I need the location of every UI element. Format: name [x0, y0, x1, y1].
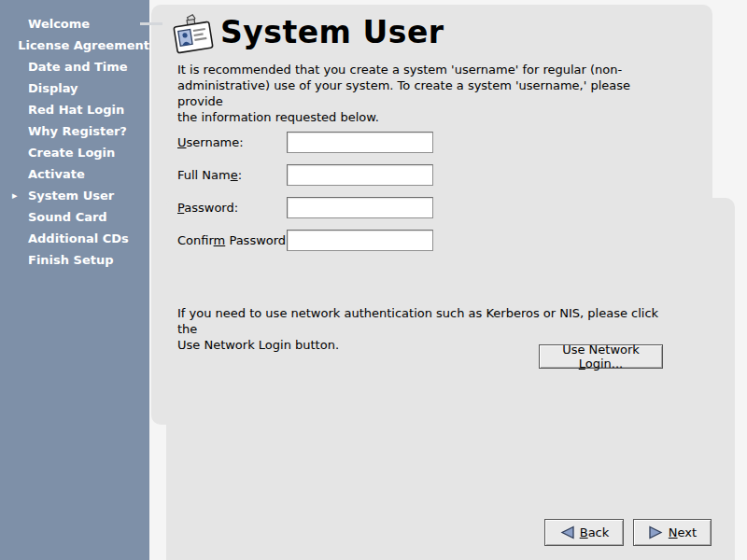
username-row: Username:: [177, 132, 439, 153]
username-field[interactable]: [287, 132, 433, 153]
page-header: System User: [172, 11, 444, 58]
id-badge-icon: [172, 13, 215, 58]
page-description: It is recommended that you create a syst…: [177, 62, 644, 125]
sidebar-item-sound-card: Sound Card: [0, 206, 149, 228]
sidebar-item-activate: Activate: [0, 163, 149, 185]
confirm-password-field[interactable]: [287, 230, 433, 251]
next-label: Next: [669, 525, 697, 539]
full-name-row: Full Name:: [177, 164, 439, 186]
password-row: Password:: [177, 197, 439, 218]
wizard-step-sidebar: Welcome License Agreement Date and Time …: [0, 0, 149, 560]
next-arrow-icon: [648, 525, 664, 539]
active-step-arrow-icon: ▸: [12, 189, 28, 202]
content-panel-lower: [166, 198, 735, 560]
sidebar-connector-line: [140, 22, 162, 25]
sidebar-item-finish-setup: Finish Setup: [0, 249, 149, 271]
sidebar-item-welcome: Welcome: [0, 13, 149, 35]
sidebar-item-display: Display: [0, 77, 149, 99]
sidebar-item-create-login: Create Login: [0, 142, 149, 163]
use-network-login-label: Use Network Login...: [540, 343, 662, 371]
sidebar-item-system-user: ▸System User: [0, 185, 149, 206]
sidebar-item-date-and-time: Date and Time: [0, 56, 149, 77]
back-label: Back: [580, 525, 610, 539]
password-field[interactable]: [287, 197, 433, 218]
full-name-label: Full Name:: [177, 168, 242, 182]
back-arrow-icon: [559, 525, 575, 539]
sidebar-item-additional-cds: Additional CDs: [0, 228, 149, 249]
wizard-step-list: Welcome License Agreement Date and Time …: [0, 13, 149, 271]
full-name-field[interactable]: [287, 164, 433, 186]
password-label: Password:: [177, 201, 238, 215]
sidebar-item-red-hat-login: Red Hat Login: [0, 99, 149, 120]
use-network-login-button[interactable]: Use Network Login...: [539, 344, 663, 369]
sidebar-item-license-agreement: License Agreement: [0, 35, 149, 56]
confirm-password-label: Confirm Password:: [177, 233, 289, 247]
username-label: Username:: [177, 135, 244, 149]
page-title: System User: [220, 11, 444, 54]
next-button[interactable]: Next: [633, 519, 712, 546]
sidebar-item-why-register: Why Register?: [0, 120, 149, 142]
confirm-password-row: Confirm Password:: [177, 230, 439, 251]
back-button[interactable]: Back: [544, 519, 624, 546]
